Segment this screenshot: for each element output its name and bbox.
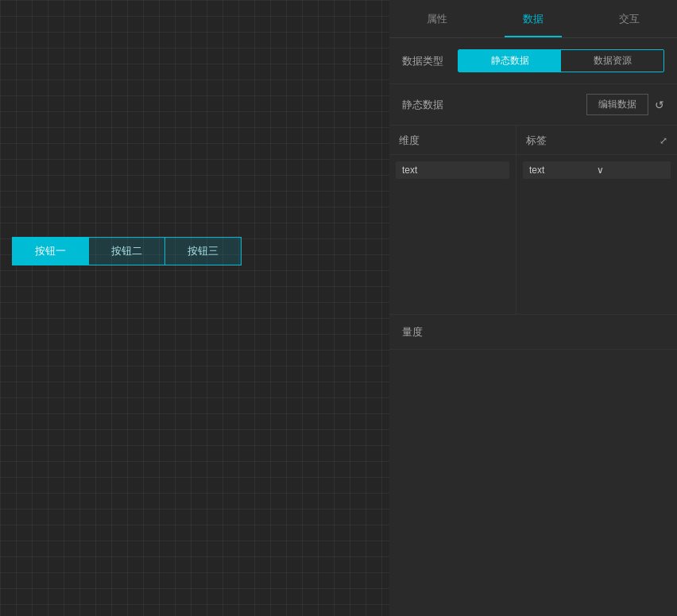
- external-link-icon[interactable]: ⤢: [660, 135, 667, 146]
- toggle-static-data[interactable]: 静态数据: [458, 50, 561, 72]
- button-one[interactable]: 按钮一: [13, 238, 88, 265]
- button-group: 按钮一 按钮二 按钮三: [12, 237, 242, 265]
- static-data-row: 静态数据 编辑数据 ↺: [389, 84, 677, 126]
- tag-body: text ∨: [516, 155, 677, 314]
- refresh-icon[interactable]: ↺: [655, 99, 664, 111]
- panel-content: 数据类型 静态数据 数据资源 静态数据 编辑数据 ↺ 维度 text: [389, 38, 677, 616]
- dimension-column: 维度 text: [389, 126, 516, 314]
- static-data-label: 静态数据: [402, 98, 458, 112]
- data-type-label: 数据类型: [402, 54, 458, 68]
- right-panel: 属性 数据 交互 数据类型 静态数据 数据资源 静态数据 编辑数据 ↺: [389, 0, 677, 616]
- tab-data[interactable]: 数据: [486, 0, 582, 37]
- tab-interaction[interactable]: 交互: [581, 0, 677, 37]
- dimension-body: text: [389, 155, 516, 314]
- edit-data-button[interactable]: 编辑数据: [586, 94, 648, 115]
- button-three[interactable]: 按钮三: [165, 238, 241, 265]
- tag-header: 标签 ⤢: [516, 126, 677, 155]
- toggle-data-resource[interactable]: 数据资源: [561, 50, 663, 72]
- dimension-item[interactable]: text: [396, 161, 509, 179]
- dimension-label: 维度: [399, 134, 420, 148]
- tab-properties[interactable]: 属性: [389, 0, 486, 37]
- tag-label: 标签: [526, 134, 547, 148]
- data-type-toggle-group: 静态数据 数据资源: [458, 49, 664, 72]
- dimension-tag-section: 维度 text 标签 ⤢ text ∨: [389, 126, 677, 315]
- tag-value: text: [529, 165, 597, 176]
- top-tabs: 属性 数据 交互: [389, 0, 677, 38]
- tag-column: 标签 ⤢ text ∨: [516, 126, 677, 314]
- canvas-area: 按钮一 按钮二 按钮三: [0, 0, 389, 616]
- measure-label: 量度: [402, 326, 423, 338]
- dimension-header: 维度: [389, 126, 516, 155]
- chevron-down-icon: ∨: [597, 165, 664, 176]
- measure-row: 量度: [389, 315, 677, 350]
- data-type-row: 数据类型 静态数据 数据资源: [389, 38, 677, 84]
- button-two[interactable]: 按钮二: [88, 238, 165, 265]
- tag-select-row[interactable]: text ∨: [523, 161, 671, 179]
